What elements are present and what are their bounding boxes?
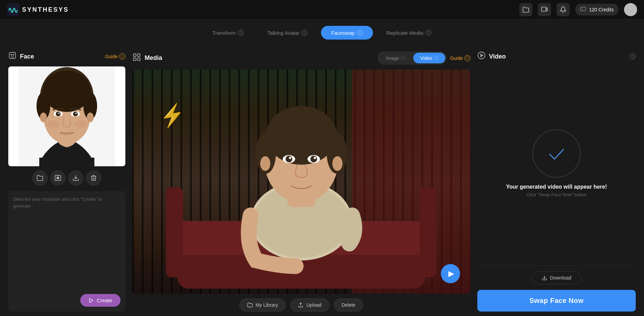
video-background: ⚡ [132,70,470,294]
tab-faceswap[interactable]: Faceswap ⓘ [321,26,373,40]
media-panel-header: Media Image ⓘ Video ⓘ Guide ⓘ [132,51,470,65]
svg-marker-28 [90,298,93,303]
svg-point-21 [75,113,77,114]
media-header-left: Media [132,53,162,64]
svg-rect-35 [166,187,183,277]
video-toggle-info-icon: ⓘ [434,55,438,61]
main-layout: Face Guide ⓘ [0,44,644,316]
video-display[interactable]: ⚡ [132,70,470,294]
face-panel-title: Face [8,51,34,62]
svg-point-45 [332,156,342,171]
generated-text-block: Your generated video will appear here! C… [506,184,607,197]
face-download-button[interactable] [68,170,83,186]
download-row: Download [477,271,636,284]
svg-rect-36 [420,187,437,277]
bell-nav-button[interactable] [557,3,570,16]
video-nav-icon [541,6,548,13]
image-toggle-button[interactable]: Image ⓘ [379,53,412,63]
face-image-container [8,66,125,166]
upload-label: Upload [306,302,321,308]
tab-faceswap-label: Faceswap [331,30,354,36]
svg-point-23 [74,120,87,128]
face-guide-label: Guide [105,54,118,59]
credits-badge[interactable]: 120 Credits [575,4,619,15]
credit-icon [580,6,586,13]
nav-right: 120 Credits [519,3,637,16]
logo: SYNTHESYS [7,3,69,16]
download-button[interactable]: Download [532,271,581,284]
face-guide-link[interactable]: Guide ⓘ [105,53,125,60]
face-download-icon [72,175,79,181]
media-guide-link[interactable]: Guide ⓘ [450,55,470,61]
folder-nav-icon [522,6,529,13]
image-toggle-label: Image [386,55,399,61]
face-title-icon [8,51,17,62]
image-toggle-info-icon: ⓘ [401,55,405,61]
tabs-bar: Transform ⓘ Talking Avatar ⓘ Faceswap ⓘ … [0,20,644,44]
face-capture-button[interactable] [50,170,65,186]
my-library-label: My Library [256,302,278,308]
video-toggle-label: Video [420,55,433,61]
video-toggle-button[interactable]: Video ⓘ [413,53,445,63]
face-action-row [8,170,125,186]
upload-button[interactable]: Upload [290,298,329,312]
download-icon [542,275,547,281]
play-icon: ▶ [448,269,454,278]
logo-icon [7,3,19,16]
swap-face-button[interactable]: Swap Face Now [477,290,636,312]
svg-point-18 [56,112,61,116]
media-title-text: Media [145,54,162,62]
svg-point-26 [58,178,59,179]
face-panel: Face Guide ⓘ [8,51,125,312]
delete-button[interactable]: Delete [334,298,363,312]
face-trash-icon [90,175,97,181]
svg-rect-1 [542,7,546,12]
tab-transform[interactable]: Transform ⓘ [202,26,254,40]
tab-transform-info-icon: ⓘ [238,30,244,36]
face-describe-box: Describe your character and click "Creat… [8,191,125,312]
media-guide-label: Guide [450,55,463,61]
user-avatar-button[interactable] [624,3,637,16]
tab-talking-avatar[interactable]: Talking Avatar ⓘ [257,26,318,40]
face-delete-button[interactable] [86,170,101,186]
video-panel-title: Video [477,51,506,62]
tab-talking-avatar-info-icon: ⓘ [301,30,308,36]
generated-subtitle: Click "Swap Face Now" button [506,192,607,197]
svg-point-50 [289,157,291,159]
checkmark-svg [543,140,570,167]
tab-replicate-media-label: Replicate Media [386,30,424,36]
svg-point-41 [266,106,337,165]
image-video-toggle: Image ⓘ Video ⓘ [377,51,446,65]
face-title-text: Face [20,53,34,60]
tab-talking-avatar-label: Talking Avatar [267,30,299,36]
play-button[interactable]: ▶ [441,264,460,283]
tab-transform-label: Transform [212,30,236,36]
svg-rect-15 [39,158,94,166]
face-guide-info-icon: ⓘ [119,53,125,60]
media-panel: Media Image ⓘ Video ⓘ Guide ⓘ [132,51,470,312]
media-bottom-row: My Library Upload Delete [132,298,470,312]
create-button[interactable]: Create [80,294,121,307]
video-panel-title-text: Video [489,53,506,60]
swap-face-label: Swap Face Now [529,297,584,304]
download-label: Download [550,275,571,281]
folder-nav-button[interactable] [519,3,532,16]
my-library-button[interactable]: My Library [239,298,286,312]
face-folder-button[interactable] [32,170,48,186]
tab-replicate-media-info-icon: ⓘ [425,30,432,36]
svg-marker-54 [481,54,483,57]
create-button-label: Create [97,297,112,303]
upload-icon [298,302,303,308]
video-panel-header: Video ⓘ [477,51,636,62]
video-person-svg [132,70,470,294]
svg-point-19 [73,112,78,116]
svg-rect-3 [9,52,15,59]
face-icon [8,51,17,60]
tab-replicate-media[interactable]: Replicate Media ⓘ [376,26,442,40]
face-describe-text: Describe your character and click "Creat… [13,196,121,209]
my-library-icon [247,302,253,308]
divider [477,265,636,266]
video-output-area: Your generated video will appear here! C… [477,66,636,260]
video-nav-button[interactable] [538,3,551,16]
svg-point-20 [58,113,60,114]
